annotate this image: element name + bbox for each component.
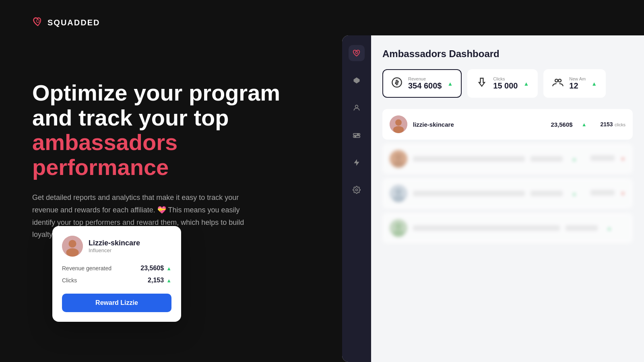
logo: SQUADDED [32,16,100,29]
ambassador-name-4 [413,225,560,231]
ambassador-trend-3: ▲ [572,191,577,197]
logo-text: SQUADDED [47,18,100,27]
svg-point-6 [357,134,359,135]
clicks-trend: ▲ [523,80,529,87]
svg-point-9 [356,189,358,191]
ambassador-revenue-2 [530,156,563,162]
svg-point-26 [68,240,76,247]
revenue-value: 354 600$ [408,81,442,90]
popup-name-group: Lizzie-skincare Influencer [89,239,140,253]
ambassador-clicks-label-1: clicks [615,122,625,127]
reward-button[interactable]: Reward Lizzie [62,294,171,312]
revenue-info: Revenue 354 600$ [408,76,442,90]
popup-revenue-label: Revenue generated [62,265,111,272]
svg-point-11 [555,79,558,82]
ambassador-row-3: ▲ ▼ [382,178,633,209]
new-am-value: 12 [569,81,586,90]
headline-accent: ambassadors performance [32,130,178,180]
sidebar-icon-toggle[interactable] [349,127,365,143]
popup-revenue-row: Revenue generated 23,560$ ▲ [62,265,171,272]
ambassador-name-1: lizzie-skincare [413,121,545,128]
new-am-icon [552,77,564,90]
ambassador-name-2 [413,156,525,162]
popup-clicks-row: Clicks 2,153 ▲ [62,277,171,284]
svg-point-0 [37,20,39,23]
new-am-trend: ▲ [591,80,597,87]
stat-card-new-am[interactable]: New Am 12 ▲ [543,69,606,98]
ambassador-row-1[interactable]: lizzie-skincare 23,560$ ▲ 2153 clicks [382,109,633,140]
sidebar [342,35,371,362]
ambassador-avatar-3 [390,185,407,202]
stats-row: Revenue 354 600$ ▲ Clicks 15 000 ▲ [382,69,633,98]
dashboard-main: Ambassadors Dashboard Revenue 354 600$ ▲ [371,35,644,362]
revenue-label: Revenue [408,76,442,81]
ambassador-avatar-4 [390,219,407,237]
sidebar-icon-user[interactable] [349,100,365,116]
popup-role: Influencer [89,247,140,253]
svg-point-7 [355,136,356,137]
headline-line1: Optimize your program [32,80,280,105]
ambassador-trend-2: ▲ [572,156,577,162]
popup-clicks-value: 2,153 ▲ [148,277,171,284]
ambassador-name-3 [413,191,525,196]
clicks-label: Clicks [493,76,518,81]
svg-marker-2 [354,78,360,84]
clicks-value: 15 000 [493,81,518,90]
svg-point-21 [393,195,404,202]
sidebar-icon-logo[interactable] [349,45,365,61]
stat-card-revenue[interactable]: Revenue 354 600$ ▲ [382,69,462,98]
popup-name: Lizzie-skincare [89,239,140,247]
popup-clicks-label: Clicks [62,277,77,284]
hero-content: Optimize your program and track your top… [32,80,306,241]
ambassador-trend-1: ▲ [582,121,587,128]
svg-marker-8 [354,159,359,166]
clicks-icon [476,77,487,90]
revenue-trend: ▲ [447,80,453,87]
svg-point-12 [558,79,561,82]
popup-clicks-trend: ▲ [166,278,171,284]
logo-icon [32,16,43,29]
revenue-icon [391,77,402,90]
svg-point-18 [393,160,404,168]
ambassador-row-4: ▲ [382,213,633,243]
sidebar-icon-lightning[interactable] [349,154,365,171]
ambassador-trend-4: ▲ [607,225,612,231]
ambassador-revenue-4 [566,225,598,231]
svg-point-15 [393,126,404,133]
ambassador-avatar-2 [390,150,407,168]
new-am-label: New Am [569,76,586,81]
sidebar-icon-settings[interactable] [349,182,365,198]
ambassador-avatar-1 [390,115,407,133]
popup-revenue-trend: ▲ [166,265,171,272]
svg-point-3 [355,105,358,108]
svg-point-1 [355,51,358,53]
ambassador-clicks-1: 2153 [601,121,613,128]
headline: Optimize your program and track your top… [32,80,306,179]
new-am-info: New Am 12 [569,76,586,90]
svg-point-17 [395,154,402,160]
ambassador-revenue-3 [530,191,563,196]
ambassador-clicks-3 [590,190,615,195]
popup-card: Lizzie-skincare Influencer Revenue gener… [52,226,181,322]
dashboard-container: Ambassadors Dashboard Revenue 354 600$ ▲ [342,35,644,362]
svg-point-14 [395,119,402,126]
dashboard-title: Ambassadors Dashboard [382,48,633,60]
ambassador-clicks-2 [590,155,615,161]
popup-avatar [62,236,83,257]
svg-point-27 [66,248,78,257]
ambassador-trend-down-3: ▼ [620,191,625,197]
clicks-info: Clicks 15 000 [493,76,518,90]
ambassador-trend-down-2: ▼ [620,156,625,162]
svg-point-24 [393,230,404,237]
popup-header: Lizzie-skincare Influencer [62,236,171,257]
svg-point-23 [395,223,402,230]
popup-revenue-value: 23,560$ ▲ [140,265,171,272]
sidebar-icon-diamond[interactable] [349,72,365,88]
headline-line2: and track your top [32,105,229,130]
stat-card-clicks[interactable]: Clicks 15 000 ▲ [467,69,538,98]
svg-point-20 [395,189,402,195]
ambassador-row-2: ▲ ▼ [382,144,633,174]
ambassador-revenue-1: 23,560$ [551,121,572,128]
